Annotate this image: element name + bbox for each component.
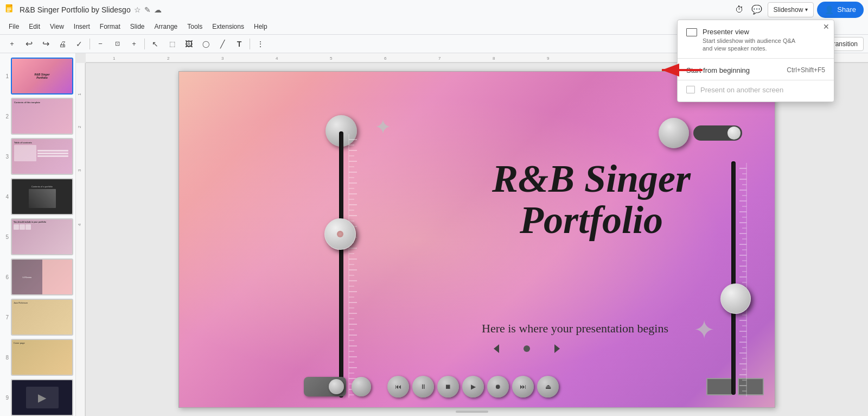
toolbar-image-insert[interactable]: 🖼 <box>181 36 196 52</box>
star-icon[interactable]: ☆ <box>134 5 141 14</box>
knob-top-right <box>659 118 689 148</box>
toolbar-more[interactable]: ⋮ <box>253 36 268 52</box>
comments-icon[interactable]: 💬 <box>749 2 764 17</box>
slide-thumbnail-6[interactable]: Lil Keanu <box>11 259 73 295</box>
presenter-view-label: Presenter view <box>703 28 795 36</box>
dropdown-presenter-section: Presenter view Start slideshow with audi… <box>678 23 834 55</box>
slider-track-left <box>339 131 343 398</box>
slides-sidebar: 1 R&B SingerPortfolio 2 Contents of this… <box>0 53 76 416</box>
svg-text:3: 3 <box>221 56 224 61</box>
slide-thumbnail-1[interactable]: R&B SingerPortfolio <box>11 58 73 94</box>
toolbar-redo[interactable]: ↪ <box>38 36 53 52</box>
menu-format[interactable]: Format <box>95 22 125 31</box>
ruler-right <box>737 163 748 396</box>
presenter-view-sub: Start slideshow with audience Q&Aand vie… <box>703 37 795 53</box>
slide-thumb-wrapper-9: 9 ▶ <box>2 379 73 416</box>
menu-tools[interactable]: Tools <box>183 22 207 31</box>
slide-counter <box>456 411 488 413</box>
toolbar-shapes[interactable]: ◯ <box>198 36 213 52</box>
slide-thumbnail-7[interactable]: Jazz Robinson <box>11 299 73 336</box>
toolbar-line[interactable]: ╱ <box>215 36 230 52</box>
share-button[interactable]: 👤 Share <box>817 2 864 18</box>
toolbar-separator-1 <box>90 39 90 49</box>
slide-num-1: 1 <box>2 73 9 79</box>
svg-text:4: 4 <box>77 223 82 226</box>
menu-extensions[interactable]: Extensions <box>208 22 248 31</box>
slide-thumbnail-9[interactable]: ▶ <box>11 379 73 416</box>
toggle-switch <box>304 377 346 396</box>
menu-slide[interactable]: Slide <box>126 22 149 31</box>
slider-track-right <box>731 161 736 395</box>
toolbar-undo[interactable]: ↩ <box>21 36 36 52</box>
svg-text:1: 1 <box>77 93 82 96</box>
present-another-screen-checkbox <box>686 86 695 93</box>
svg-rect-3 <box>7 9 11 10</box>
svg-text:4: 4 <box>276 56 278 61</box>
top-right-controls <box>659 118 742 148</box>
cloud-save-icon[interactable]: ☁ <box>154 5 162 14</box>
slide-thumb-wrapper-4: 4 Contents of a portfolio <box>2 178 73 215</box>
menu-edit[interactable]: Edit <box>24 22 44 31</box>
doc-title[interactable]: R&B Singer Portfolio by Slidesgo <box>20 5 131 14</box>
toolbar-print[interactable]: 🖨 <box>55 36 70 52</box>
toolbar-zoom-out[interactable]: − <box>93 36 108 52</box>
bottom-controls: ⏮ ⏸ ⏹ ▶ ⏺ ⏭ ⏏ <box>304 376 704 398</box>
star-top: ✦ <box>374 115 392 139</box>
rename-icon[interactable]: ✎ <box>144 5 151 14</box>
toolbar-text[interactable]: T <box>232 36 247 52</box>
vertical-ruler: 1 2 3 4 <box>76 63 86 416</box>
slide-thumbnail-4[interactable]: Contents of a portfolio <box>11 178 73 215</box>
playback-indicators <box>494 344 560 353</box>
slider-knob-left <box>324 218 356 250</box>
slide-subtitle: Here is where your presentation begins <box>412 322 738 336</box>
start-from-beginning-shortcut: Ctrl+Shift+F5 <box>787 66 825 74</box>
slideshow-button[interactable]: Slideshow ▾ <box>768 2 814 17</box>
menu-view[interactable]: View <box>46 22 68 31</box>
knob-bottom-1 <box>352 377 371 396</box>
slide-thumbnail-3[interactable]: Table of contents <box>11 138 73 175</box>
menu-insert[interactable]: Insert <box>69 22 94 31</box>
slide-thumbnail-5[interactable]: You should include in your portfolio <box>11 218 73 255</box>
toolbar-zoom-in[interactable]: + <box>126 36 142 52</box>
toolbar-cursor[interactable]: ↖ <box>148 36 163 52</box>
toolbar-separator-2 <box>144 39 145 49</box>
presenter-view-icon <box>686 28 697 36</box>
red-arrow-annotation <box>654 58 708 85</box>
slide-canvas[interactable]: ✦ // tick marks <box>178 71 775 408</box>
slide-thumb-wrapper-6: 6 Lil Keanu <box>2 259 73 295</box>
playback-buttons: ⏮ ⏸ ⏹ ▶ ⏺ ⏭ ⏏ <box>387 376 559 398</box>
svg-text:2: 2 <box>77 125 82 128</box>
slide-thumb-wrapper-2: 2 Contents of this template <box>2 98 73 135</box>
menu-help[interactable]: Help <box>250 22 272 31</box>
menu-file[interactable]: File <box>4 22 23 31</box>
slider-knob-right <box>720 283 751 314</box>
slide-thumb-wrapper-3: 3 Table of contents <box>2 138 73 175</box>
toolbar-add-slide[interactable]: + <box>4 36 20 52</box>
slide-thumb-wrapper-7: 7 Jazz Robinson <box>2 299 73 336</box>
svg-text:7: 7 <box>438 56 441 61</box>
toolbar-spell-check[interactable]: ✓ <box>72 36 87 52</box>
svg-text:6: 6 <box>384 56 387 61</box>
main-area: 1 R&B SingerPortfolio 2 Contents of this… <box>0 53 868 416</box>
svg-text:1: 1 <box>113 56 116 61</box>
svg-text:3: 3 <box>77 169 82 172</box>
svg-text:8: 8 <box>493 56 495 61</box>
toolbar-select-area[interactable]: ⬚ <box>164 36 180 52</box>
slide-main-title: R&B SingerPortfolio <box>439 159 743 241</box>
ruler-left: // tick marks <box>346 134 376 398</box>
presenter-view-item[interactable]: Presenter view Start slideshow with audi… <box>686 28 825 53</box>
dropdown-close-icon[interactable]: ✕ <box>823 22 829 31</box>
slide-thumb-wrapper-1: 1 R&B SingerPortfolio <box>2 58 73 94</box>
slide-thumb-wrapper-5: 5 You should include in your portfolio <box>2 218 73 255</box>
app-logo <box>4 4 16 16</box>
canvas-area: 1 2 3 4 5 6 7 8 9 1 2 3 4 <box>76 53 868 416</box>
menu-arrange[interactable]: Arrange <box>150 22 182 31</box>
history-icon[interactable]: ⏱ <box>733 3 746 17</box>
toolbar-zoom-fit[interactable]: ⊡ <box>110 36 125 52</box>
slide-thumbnail-8[interactable]: Cover page <box>11 339 73 376</box>
svg-text:2: 2 <box>167 56 170 61</box>
slide-thumb-wrapper-8: 8 Cover page <box>2 339 73 376</box>
toggle-top-right <box>693 125 742 141</box>
slide-thumbnail-2[interactable]: Contents of this template <box>11 98 73 135</box>
toolbar-separator-3 <box>250 39 250 49</box>
